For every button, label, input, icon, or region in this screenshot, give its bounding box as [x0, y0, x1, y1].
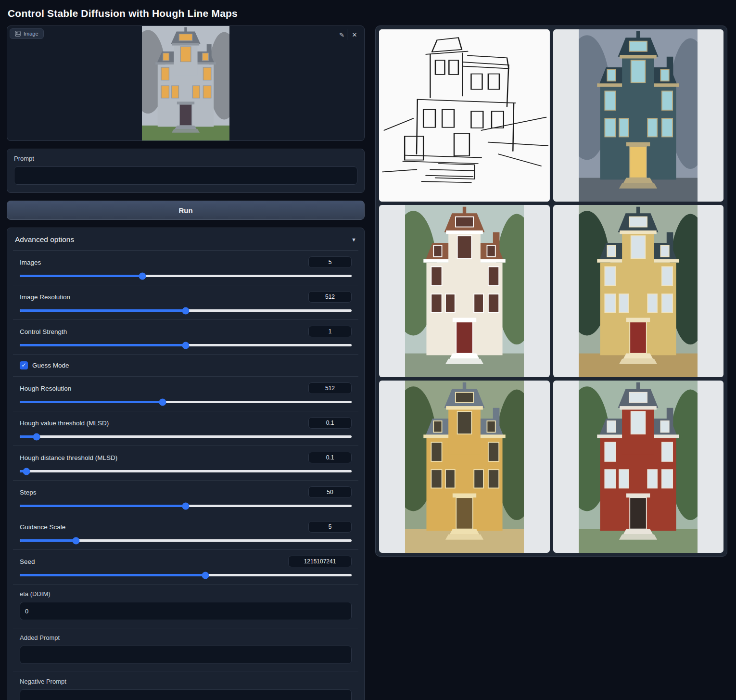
- guess-mode-label: Guess Mode: [32, 362, 69, 369]
- slider-row-seed: Seed 1215107241: [13, 549, 358, 584]
- hough-distance-threshold-value-input[interactable]: 0.1: [308, 452, 352, 463]
- gallery-item-output-2[interactable]: [379, 205, 550, 377]
- output-gallery: [375, 25, 727, 557]
- input-image[interactable]: [142, 26, 229, 141]
- seed-slider-handle[interactable]: [202, 572, 209, 579]
- slider-row-image-resolution: Image Resolution 512: [13, 285, 358, 319]
- added-prompt-input[interactable]: [20, 646, 352, 664]
- image-resolution-value-input[interactable]: 512: [308, 291, 352, 303]
- gallery-item-output-4[interactable]: [379, 381, 550, 553]
- seed-label: Seed: [20, 558, 35, 565]
- image-resolution-slider-handle[interactable]: [182, 307, 190, 314]
- image-resolution-slider-track[interactable]: [20, 309, 352, 312]
- slider-row-guidance-scale: Guidance Scale 5: [13, 515, 358, 549]
- slider-row-hough-value-threshold: Hough value threshold (MLSD) 0.1: [13, 411, 358, 445]
- guess-mode-row: ✓ Guess Mode: [13, 354, 358, 376]
- chevron-down-icon: ▼: [351, 237, 356, 242]
- images-value-input[interactable]: 5: [308, 256, 352, 268]
- advanced-options-title: Advanced options: [15, 235, 74, 244]
- image-input-panel: Image ✎ ✕: [7, 25, 365, 141]
- negative-prompt-input[interactable]: [20, 689, 352, 700]
- guidance-scale-value-input[interactable]: 5: [308, 521, 352, 533]
- seed-slider-track[interactable]: [20, 574, 352, 576]
- hough-resolution-slider-handle[interactable]: [159, 398, 166, 406]
- control-strength-label: Control Strength: [20, 328, 67, 335]
- image-icon: [15, 31, 21, 37]
- run-button[interactable]: Run: [7, 201, 365, 220]
- advanced-options-rows: Images 5 Image Resolution 512 Control St…: [7, 250, 364, 700]
- guidance-scale-slider-handle[interactable]: [73, 537, 80, 544]
- control-strength-slider-handle[interactable]: [182, 342, 190, 349]
- advanced-options-panel: Advanced options ▼ Images 5 Image Resolu…: [7, 228, 365, 700]
- hough-value-threshold-slider-handle[interactable]: [33, 433, 40, 440]
- slider-row-hough-resolution: Hough Resolution 512: [13, 376, 358, 411]
- hough-line-map-image: [379, 29, 550, 202]
- advanced-options-accordion[interactable]: Advanced options ▼: [7, 228, 364, 250]
- gallery-grid: [379, 29, 723, 553]
- generated-image-3: [579, 205, 698, 377]
- control-strength-slider-track[interactable]: [20, 344, 352, 346]
- prompt-panel: Prompt: [7, 149, 365, 193]
- hough-value-threshold-label: Hough value threshold (MLSD): [20, 420, 109, 427]
- steps-slider-handle[interactable]: [182, 502, 190, 509]
- gallery-item-output-3[interactable]: [553, 205, 724, 377]
- generated-image-1: [579, 29, 698, 202]
- images-slider-track[interactable]: [20, 275, 352, 277]
- generated-image-2: [405, 205, 524, 377]
- added-prompt-label: Added Prompt: [20, 634, 352, 641]
- steps-label: Steps: [20, 489, 37, 496]
- eta-row: eta (DDIM): [13, 584, 358, 628]
- negative-prompt-row: Negative Prompt: [13, 672, 358, 700]
- guidance-scale-slider-track[interactable]: [20, 539, 352, 542]
- generated-image-4: [405, 381, 524, 553]
- guidance-scale-label: Guidance Scale: [20, 523, 65, 531]
- gallery-item-hough-map[interactable]: [379, 29, 550, 202]
- eta-input[interactable]: [20, 602, 352, 620]
- hough-value-threshold-value-input[interactable]: 0.1: [308, 417, 352, 429]
- eta-label: eta (DDIM): [20, 590, 352, 598]
- hough-resolution-slider-track[interactable]: [20, 401, 352, 403]
- image-label-tag: Image: [10, 28, 44, 39]
- steps-value-input[interactable]: 50: [308, 486, 352, 498]
- hough-resolution-value-input[interactable]: 512: [308, 382, 352, 394]
- prompt-label: Prompt: [14, 155, 357, 162]
- clear-image-button[interactable]: ✕: [349, 29, 360, 40]
- hough-value-threshold-slider-track[interactable]: [20, 435, 352, 438]
- control-strength-value-input[interactable]: 1: [308, 326, 352, 337]
- guess-mode-checkbox[interactable]: ✓: [20, 361, 28, 369]
- image-actions: ✎ ✕: [337, 29, 360, 40]
- hough-resolution-label: Hough Resolution: [20, 385, 71, 392]
- page-title: Control Stable Diffusion with Hough Line…: [0, 0, 736, 25]
- hough-distance-threshold-slider-handle[interactable]: [23, 468, 30, 475]
- generated-image-5: [579, 381, 698, 553]
- slider-row-hough-distance-threshold: Hough distance threshold (MLSD) 0.1: [13, 445, 358, 480]
- negative-prompt-label: Negative Prompt: [20, 678, 352, 685]
- slider-row-images: Images 5: [13, 250, 358, 285]
- slider-row-steps: Steps 50: [13, 480, 358, 515]
- steps-slider-track[interactable]: [20, 505, 352, 507]
- prompt-input[interactable]: [14, 166, 357, 185]
- gallery-item-output-5[interactable]: [553, 381, 724, 553]
- image-label: Image: [24, 31, 38, 37]
- left-column: Image ✎ ✕ Prompt Run: [7, 25, 365, 700]
- gallery-item-output-1[interactable]: [553, 29, 724, 202]
- slider-row-control-strength: Control Strength 1: [13, 319, 358, 354]
- seed-value-input[interactable]: 1215107241: [288, 556, 352, 567]
- image-resolution-label: Image Resolution: [20, 293, 70, 301]
- edit-image-button[interactable]: ✎: [337, 29, 347, 40]
- added-prompt-row: Added Prompt: [13, 628, 358, 672]
- images-slider-handle[interactable]: [139, 272, 146, 280]
- hough-distance-threshold-slider-track[interactable]: [20, 470, 352, 472]
- images-label: Images: [20, 259, 41, 266]
- hough-distance-threshold-label: Hough distance threshold (MLSD): [20, 454, 117, 461]
- main-layout: Image ✎ ✕ Prompt Run: [0, 25, 736, 700]
